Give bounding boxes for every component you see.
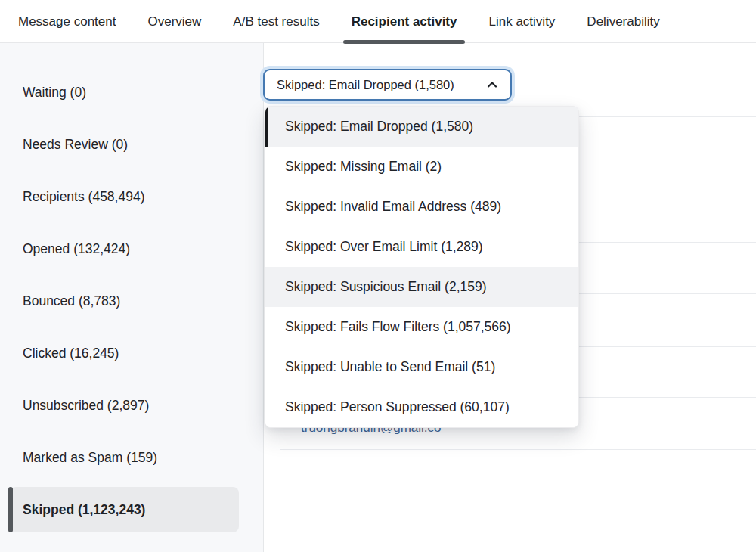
tab-ab-test-results[interactable]: A/B test results bbox=[233, 0, 319, 43]
chevron-up-icon bbox=[485, 78, 499, 91]
skipped-filter-dropdown[interactable]: Skipped: Email Dropped (1,580) bbox=[263, 69, 512, 101]
dropdown-option-label: Skipped: Suspicious Email (2,159) bbox=[285, 279, 487, 295]
sidebar-item-skipped[interactable]: Skipped (1,123,243) bbox=[0, 484, 263, 536]
dropdown-option-label: Skipped: Over Email Limit (1,289) bbox=[285, 239, 483, 255]
selected-indicator-bar bbox=[265, 107, 268, 147]
sidebar-item-clicked[interactable]: Clicked (16,245) bbox=[0, 327, 263, 380]
dropdown-option-label: Skipped: Fails Flow Filters (1,057,566) bbox=[285, 319, 511, 335]
dropdown-option-label: Skipped: Unable to Send Email (51) bbox=[285, 359, 495, 375]
sidebar-item-recipients[interactable]: Recipients (458,494) bbox=[0, 171, 263, 223]
sidebar-item-label: Opened (132,424) bbox=[23, 241, 130, 257]
dropdown-option-missing-email[interactable]: Skipped: Missing Email (2) bbox=[265, 147, 578, 187]
sidebar-item-needs-review[interactable]: Needs Review (0) bbox=[0, 119, 263, 171]
recipient-table-area: truongbrandin@gmail.co Skipped: Email Dr… bbox=[265, 43, 756, 552]
sidebar-item-label: Bounced (8,783) bbox=[23, 293, 120, 309]
sidebar-item-label: Needs Review (0) bbox=[23, 137, 128, 153]
sidebar-item-marked-as-spam[interactable]: Marked as Spam (159) bbox=[0, 432, 263, 484]
tab-message-content[interactable]: Message content bbox=[18, 0, 116, 43]
recipient-status-sidebar: Waiting (0) Needs Review (0) Recipients … bbox=[0, 43, 264, 552]
report-tabs: Message content Overview A/B test result… bbox=[0, 0, 756, 43]
sidebar-item-label: Unsubscribed (2,897) bbox=[23, 398, 149, 414]
dropdown-option-unable-to-send-email[interactable]: Skipped: Unable to Send Email (51) bbox=[265, 347, 578, 387]
campaign-report-page: Message content Overview A/B test result… bbox=[0, 0, 756, 552]
tab-deliverability[interactable]: Deliverability bbox=[587, 0, 659, 43]
dropdown-option-fails-flow-filters[interactable]: Skipped: Fails Flow Filters (1,057,566) bbox=[265, 307, 578, 347]
dropdown-option-label: Skipped: Invalid Email Address (489) bbox=[285, 199, 501, 215]
dropdown-option-label: Skipped: Missing Email (2) bbox=[285, 159, 442, 175]
dropdown-option-over-email-limit[interactable]: Skipped: Over Email Limit (1,289) bbox=[265, 227, 578, 267]
dropdown-option-invalid-email-address[interactable]: Skipped: Invalid Email Address (489) bbox=[265, 187, 578, 227]
sidebar-item-label: Clicked (16,245) bbox=[23, 346, 119, 361]
dropdown-menu: Skipped: Email Dropped (1,580) Skipped: … bbox=[265, 106, 579, 428]
dropdown-option-person-suppressed[interactable]: Skipped: Person Suppressed (60,107) bbox=[265, 387, 578, 427]
sidebar-item-label: Skipped (1,123,243) bbox=[23, 502, 145, 518]
tab-recipient-activity[interactable]: Recipient activity bbox=[352, 0, 457, 43]
tab-overview[interactable]: Overview bbox=[147, 0, 201, 43]
tab-link-activity[interactable]: Link activity bbox=[488, 0, 555, 43]
sidebar-item-label: Recipients (458,494) bbox=[23, 189, 144, 205]
sidebar-item-unsubscribed[interactable]: Unsubscribed (2,897) bbox=[0, 380, 263, 432]
table-row-divider bbox=[280, 449, 756, 450]
sidebar-item-bounced[interactable]: Bounced (8,783) bbox=[0, 275, 263, 327]
sidebar-item-waiting[interactable]: Waiting (0) bbox=[0, 67, 263, 119]
dropdown-option-label: Skipped: Email Dropped (1,580) bbox=[285, 119, 473, 135]
sidebar-item-opened[interactable]: Opened (132,424) bbox=[0, 223, 263, 275]
dropdown-option-label: Skipped: Person Suppressed (60,107) bbox=[285, 399, 510, 415]
sidebar-item-label: Marked as Spam (159) bbox=[23, 450, 157, 466]
dropdown-selected-label: Skipped: Email Dropped (1,580) bbox=[277, 78, 454, 92]
selected-indicator-bar bbox=[8, 487, 13, 532]
dropdown-option-suspicious-email[interactable]: Skipped: Suspicious Email (2,159) bbox=[265, 267, 578, 307]
dropdown-option-email-dropped[interactable]: Skipped: Email Dropped (1,580) bbox=[265, 107, 578, 147]
sidebar-item-label: Waiting (0) bbox=[23, 85, 86, 101]
